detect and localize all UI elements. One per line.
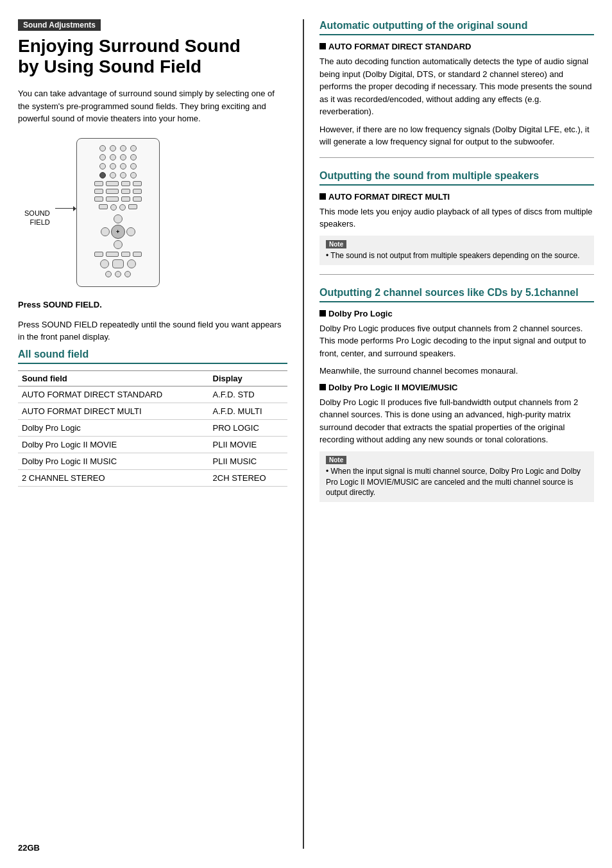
- subsection-heading-afd-multi: AUTO FORMAT DIRECT MULTI: [319, 192, 594, 202]
- body-text: Dolby Pro Logic produces five output cha…: [319, 322, 594, 360]
- table-row: AUTO FORMAT DIRECT MULTIA.F.D. MULTI: [18, 403, 287, 419]
- table-cell-display: PLII MUSIC: [209, 453, 287, 469]
- body-text: Meanwhile, the surround channel becomes …: [319, 365, 594, 378]
- square-bullet-icon: [319, 384, 326, 390]
- table-cell-display: PRO LOGIC: [209, 419, 287, 436]
- section-label: Sound Adjustments: [18, 19, 101, 31]
- body-text: This mode lets you enjoy audio playback …: [319, 205, 594, 230]
- table-col-field: Sound field: [18, 370, 209, 386]
- table-row: Dolby Pro Logic II MOVIEPLII MOVIE: [18, 436, 287, 453]
- section-heading-outputting-2ch: Outputting 2 channel sources like CDs by…: [319, 286, 594, 302]
- subsection-label-dolby-pro-logic: Dolby Pro Logic: [328, 309, 393, 318]
- subsection-heading-dolby-pro-logic-ii: Dolby Pro Logic II MOVIE/MUSIC: [319, 383, 594, 392]
- table-cell-display: 2CH STEREO: [209, 469, 287, 486]
- page-number: 22GB: [18, 843, 40, 853]
- square-bullet-icon: [319, 193, 326, 200]
- note-box-afd-multi: Note• The sound is not output from multi…: [319, 236, 594, 265]
- section-divider: [319, 157, 594, 158]
- subsection-label-afd-multi: AUTO FORMAT DIRECT MULTI: [328, 192, 450, 202]
- body-text: Dolby Pro Logic II produces five full-ba…: [319, 396, 594, 446]
- subsection-heading-dolby-pro-logic: Dolby Pro Logic: [319, 309, 594, 318]
- right-column: Automatic outputting of the original sou…: [303, 19, 594, 849]
- table-cell-field: 2 CHANNEL STEREO: [18, 469, 209, 486]
- table-cell-field: Dolby Pro Logic II MUSIC: [18, 453, 209, 469]
- note-text: • The sound is not output from multiple …: [326, 250, 588, 261]
- table-cell-field: AUTO FORMAT DIRECT STANDARD: [18, 386, 209, 403]
- right-section-auto-outputting: Automatic outputting of the original sou…: [319, 19, 594, 158]
- square-bullet-icon: [319, 310, 326, 317]
- page-title: Enjoying Surround Sound by Using Sound F…: [18, 36, 287, 77]
- press-instruction: Press SOUND FIELD.: [18, 300, 287, 309]
- all-sound-field-heading: All sound field: [18, 349, 287, 364]
- table-col-display: Display: [209, 370, 287, 386]
- table-row: AUTO FORMAT DIRECT STANDARDA.F.D. STD: [18, 386, 287, 403]
- table-cell-field: Dolby Pro Logic II MOVIE: [18, 436, 209, 453]
- intro-text: You can take advantage of surround sound…: [18, 87, 287, 125]
- left-column: Sound Adjustments Enjoying Surround Soun…: [18, 19, 287, 849]
- subsection-label-afd-standard: AUTO FORMAT DIRECT STANDARD: [328, 42, 471, 51]
- table-row: Dolby Pro Logic II MUSICPLII MUSIC: [18, 453, 287, 469]
- table-cell-display: A.F.D. MULTI: [209, 403, 287, 419]
- body-text: The auto decoding function automatically…: [319, 55, 594, 118]
- table-cell-display: PLII MOVIE: [209, 436, 287, 453]
- note-box-dolby-pro-logic-ii: Note• When the input signal is multi cha…: [319, 451, 594, 502]
- remote-diagram: SOUND FIELD: [24, 138, 287, 287]
- remote-body: +: [76, 138, 160, 287]
- press-body: Press SOUND FIELD repeatedly until the s…: [18, 318, 287, 343]
- square-bullet-icon: [319, 43, 326, 49]
- sound-field-table: Sound field Display AUTO FORMAT DIRECT S…: [18, 370, 287, 487]
- right-section-outputting-multiple: Outputting the sound from multiple speak…: [319, 169, 594, 275]
- table-row: 2 CHANNEL STEREO2CH STEREO: [18, 469, 287, 486]
- sound-field-label: SOUND FIELD: [24, 209, 50, 227]
- note-label: Note: [326, 240, 346, 248]
- section-heading-outputting-multiple: Outputting the sound from multiple speak…: [319, 169, 594, 186]
- body-text: However, if there are no low frequency s…: [319, 123, 594, 148]
- subsection-heading-afd-standard: AUTO FORMAT DIRECT STANDARD: [319, 42, 594, 51]
- note-text: • When the input signal is multi channel…: [326, 466, 588, 498]
- table-cell-field: AUTO FORMAT DIRECT MULTI: [18, 403, 209, 419]
- table-row: Dolby Pro LogicPRO LOGIC: [18, 419, 287, 436]
- right-section-outputting-2ch: Outputting 2 channel sources like CDs by…: [319, 286, 594, 503]
- table-cell-field: Dolby Pro Logic: [18, 419, 209, 436]
- table-cell-display: A.F.D. STD: [209, 386, 287, 403]
- subsection-label-dolby-pro-logic-ii: Dolby Pro Logic II MOVIE/MUSIC: [328, 383, 458, 392]
- note-label: Note: [326, 456, 346, 464]
- section-divider: [319, 274, 594, 275]
- section-heading-auto-outputting: Automatic outputting of the original sou…: [319, 19, 594, 35]
